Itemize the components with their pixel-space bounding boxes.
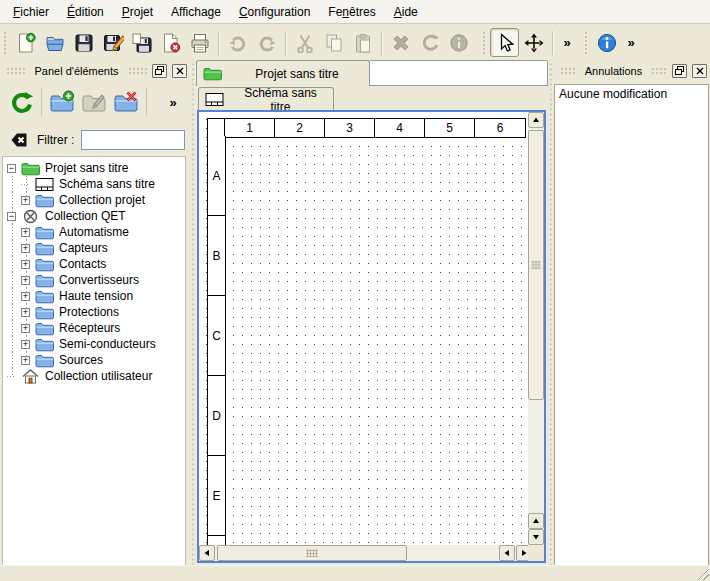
horizontal-scroll-thumb[interactable] [217,545,407,561]
tree-item-protections[interactable]: Protections [3,304,185,320]
delete-category-button[interactable] [110,86,142,118]
collapse-expander-icon[interactable] [7,212,16,221]
save-all-button[interactable] [127,28,156,57]
undo-button[interactable] [223,28,252,57]
float-icon [155,66,164,75]
scroll-left-button-2[interactable] [499,545,515,561]
paste-button[interactable] [348,28,377,57]
tree-item-projet-sans-titre[interactable]: Projet sans titre [3,160,185,176]
project-workspace: Projet sans titre Schéma sans titre 1 2 … [196,60,548,565]
expand-expander-icon[interactable] [21,324,30,333]
expand-expander-icon[interactable] [21,228,30,237]
toolbar-drag-handle[interactable] [583,30,589,56]
tree-item-haute-tension[interactable]: Haute tension [3,288,185,304]
grid-column-label: 5 [425,119,475,137]
expand-expander-icon[interactable] [21,196,30,205]
elements-panel-dock: Panel d'éléments » Filtrer : [0,60,190,565]
home-icon [21,369,40,384]
tree-item-semi-conducteurs[interactable]: Semi-conducteurs [3,336,185,352]
help-overflow-button[interactable]: » [621,28,641,57]
tree-item-automatisme[interactable]: Automatisme [3,224,185,240]
panel-overflow-button[interactable]: » [162,88,184,117]
menu-fichier[interactable]: Fichier [4,1,58,23]
menu-configuration[interactable]: Configuration [230,1,319,23]
new-category-button[interactable] [46,86,78,118]
elements-panel-titlebar[interactable]: Panel d'éléments [0,60,190,81]
float-panel-button[interactable] [672,64,687,78]
tree-item-label: Semi-conducteurs [59,337,156,351]
tree-item-collection-utilisateur[interactable]: Collection utilisateur [3,368,185,384]
save-button[interactable] [69,28,98,57]
reload-collections-button[interactable] [5,86,37,118]
menu-edition[interactable]: Édition [58,1,113,23]
tree-item-collection-projet[interactable]: Collection projet [3,192,185,208]
float-panel-button[interactable] [152,64,167,78]
qet-collection-icon [21,209,40,224]
expand-expander-icon[interactable] [21,292,30,301]
vertical-scroll-thumb[interactable] [528,130,544,400]
edit-category-icon [81,89,107,115]
close-panel-button[interactable] [172,64,187,78]
tab-schema-sans-titre[interactable]: Schéma sans titre [198,87,334,111]
horizontal-scrollbar[interactable] [199,545,532,561]
rotate-button[interactable] [415,28,444,57]
titlebar-texture [560,66,576,75]
undo-panel-dock: Annulations Aucune modification [554,60,710,565]
cut-button[interactable] [290,28,319,57]
expand-expander-icon[interactable] [21,260,30,269]
menu-projet[interactable]: Projet [113,1,162,23]
copy-button[interactable] [319,28,348,57]
close-panel-button[interactable] [692,64,707,78]
tab-projet-sans-titre[interactable]: Projet sans titre [196,60,370,86]
tree-item-collection-qet[interactable]: Collection QET [3,208,185,224]
tree-item-schema-sans-titre[interactable]: Schéma sans titre [3,176,185,192]
edit-category-button[interactable] [78,86,110,118]
clear-filter-button[interactable] [8,129,30,151]
expand-expander-icon[interactable] [21,340,30,349]
undo-list-item[interactable]: Aucune modification [559,87,704,101]
grid-column-label: 3 [325,119,375,137]
tree-item-contacts[interactable]: Contacts [3,256,185,272]
tree-item-sources[interactable]: Sources [3,352,185,368]
select-tool-button[interactable] [490,28,519,57]
info-button[interactable] [444,28,473,57]
menu-fenetres[interactable]: Fenêtres [319,1,384,23]
folder-icon [35,289,54,304]
scroll-up-button-2[interactable] [528,513,544,529]
open-file-button[interactable] [40,28,69,57]
about-button[interactable] [592,28,621,57]
resize-grip-icon[interactable] [696,567,709,580]
move-tool-button[interactable] [519,28,548,57]
collapse-expander-icon[interactable] [7,164,16,173]
tree-item-convertisseurs[interactable]: Convertisseurs [3,272,185,288]
scroll-up-button[interactable] [528,112,544,128]
expand-expander-icon[interactable] [21,276,30,285]
diagram-paper[interactable]: 1 2 3 4 5 6 A B C D E [199,112,528,545]
filter-input[interactable] [81,130,185,150]
tools-overflow-button[interactable]: » [557,28,577,57]
redo-button[interactable] [252,28,281,57]
save-as-button[interactable] [98,28,127,57]
tree-item-label: Collection utilisateur [45,369,152,383]
rotate-icon [419,32,441,54]
close-file-button[interactable] [156,28,185,57]
expand-expander-icon[interactable] [21,356,30,365]
scroll-left-button[interactable] [199,545,215,561]
new-file-button[interactable] [11,28,40,57]
menu-aide[interactable]: Aide [385,1,427,23]
print-button[interactable] [185,28,214,57]
delete-button[interactable] [386,28,415,57]
toolbar-drag-handle[interactable] [481,30,487,56]
diagram-view[interactable]: 1 2 3 4 5 6 A B C D E [197,110,546,563]
scroll-down-button[interactable] [528,529,544,545]
vertical-scrollbar[interactable] [528,112,544,545]
expand-expander-icon[interactable] [21,244,30,253]
tree-item-recepteurs[interactable]: Récepteurs [3,320,185,336]
undo-history-list[interactable]: Aucune modification [554,84,709,565]
undo-panel-titlebar[interactable]: Annulations [554,60,710,81]
expand-expander-icon[interactable] [21,308,30,317]
menu-affichage[interactable]: Affichage [162,1,230,23]
toolbar-separator [285,31,286,55]
tree-item-capteurs[interactable]: Capteurs [3,240,185,256]
toolbar-drag-handle[interactable] [2,30,8,56]
